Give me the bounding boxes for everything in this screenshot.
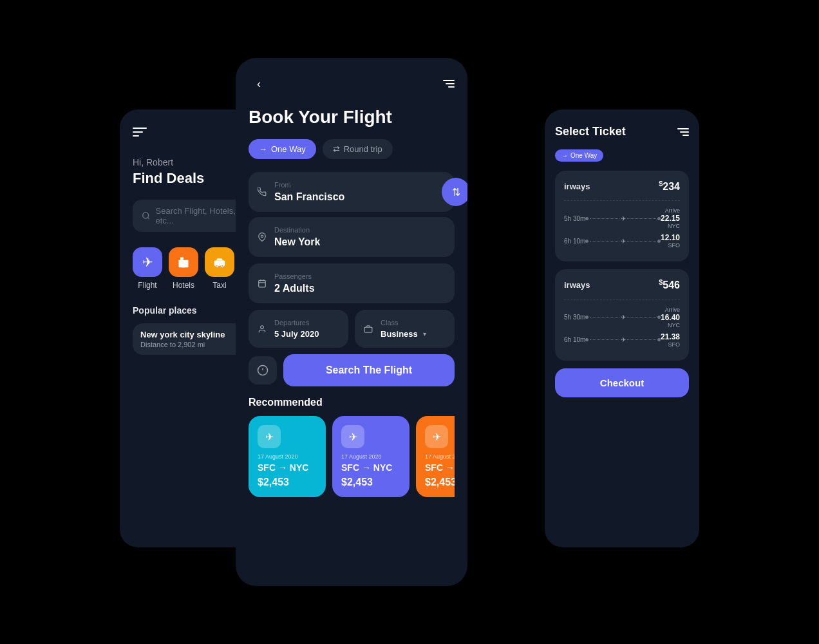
rec-price-0: $2,453 — [258, 477, 317, 488]
category-flight[interactable]: ✈ Flight — [133, 247, 162, 290]
destination-icon — [258, 232, 267, 242]
rec-route-0: SFC → NYC — [258, 462, 317, 473]
search-flight-button[interactable]: Search The Flight — [283, 354, 455, 386]
class-field[interactable]: Class Business ▾ — [355, 310, 455, 348]
destination-field[interactable]: Destination New York — [249, 217, 455, 257]
ticket-price-1: $546 — [659, 278, 680, 291]
right-filter-button[interactable] — [677, 128, 689, 136]
recommended-label: Recommended — [249, 397, 455, 408]
class-label: Class — [381, 319, 444, 327]
hamburger-menu[interactable] — [133, 128, 147, 137]
rec-card-2[interactable]: ✈ 17 August 2020 SFC → N... $2,453 — [416, 416, 455, 497]
page-title: Book Your Flight — [249, 107, 455, 128]
passengers-icon — [258, 279, 267, 288]
rec-price-1: $2,453 — [341, 477, 400, 488]
flight-row-0b: 6h 10m ✈ 12.10 SFO — [564, 233, 680, 249]
search-row: Search The Flight — [249, 354, 455, 386]
tab-one-way[interactable]: → One Way — [249, 139, 316, 159]
back-button[interactable]: ‹ — [249, 73, 269, 94]
chevron-down-icon: ▾ — [423, 330, 426, 337]
rec-route-1: SFC → NYC — [341, 462, 400, 473]
svg-point-12 — [261, 325, 264, 328]
airline-name-0: irways — [564, 182, 590, 191]
category-hotels[interactable]: Hotels — [169, 247, 198, 290]
flight-row-1a: 5h 30m ✈ Arrive 16.40 NYC — [564, 307, 680, 328]
from-field[interactable]: From San Francisco ⇅ — [249, 172, 455, 212]
one-way-icon: → — [259, 144, 267, 154]
svg-line-1 — [147, 218, 149, 219]
from-value: San Francisco — [274, 191, 444, 203]
rec-flight-icon-1: ✈ — [341, 425, 364, 448]
round-trip-icon: ⇄ — [333, 144, 340, 154]
ticket-card-1[interactable]: irways $546 5h 30m ✈ Arrive 16.40 NYC — [555, 269, 689, 360]
rec-date-2: 17 August 2020 — [425, 453, 455, 460]
rec-price-2: $2,453 — [425, 477, 455, 488]
departures-value: 5 July 2020 — [274, 329, 338, 339]
category-taxi[interactable]: Taxi — [205, 247, 234, 290]
departure-icon — [258, 187, 267, 196]
ticket-price-0: $234 — [659, 180, 680, 193]
airline-name-1: irways — [564, 280, 590, 290]
right-header: Select Ticket — [555, 125, 689, 138]
class-dropdown[interactable]: Business ▾ — [381, 329, 444, 339]
badge-icon: → — [561, 152, 568, 159]
rec-date-1: 17 August 2020 — [341, 453, 400, 460]
svg-rect-8 — [259, 280, 266, 287]
dest-value: New York — [274, 236, 444, 248]
class-icon — [364, 325, 373, 334]
search-icon — [142, 211, 151, 220]
departures-field[interactable]: Departures 5 July 2020 — [249, 310, 348, 348]
departures-label: Departures — [274, 319, 338, 327]
svg-rect-13 — [364, 327, 372, 332]
from-label: From — [274, 181, 444, 189]
booking-form: From San Francisco ⇅ Destination New Yor… — [249, 172, 455, 386]
center-screen: ‹ Book Your Flight → One Way ⇄ Round tri… — [236, 58, 467, 586]
svg-rect-3 — [182, 263, 185, 268]
right-screen: Select Ticket → One Way irways $234 5h 3… — [545, 109, 699, 547]
passengers-field[interactable]: Passengers 2 Adults — [249, 263, 455, 303]
flight-row-0a: 5h 30m ✈ Arrive 22.15 NYC — [564, 207, 680, 229]
svg-point-6 — [221, 265, 223, 267]
rec-card-0[interactable]: ✈ 17 August 2020 SFC → NYC $2,453 — [249, 416, 326, 497]
dest-label: Destination — [274, 226, 444, 234]
person-icon — [258, 325, 267, 334]
trip-tabs: → One Way ⇄ Round trip — [249, 139, 455, 159]
flight-row-1b: 6h 10m ✈ 21.38 SFO — [564, 332, 680, 348]
rec-route-2: SFC → N... — [425, 462, 455, 473]
one-way-badge: → One Way — [555, 149, 603, 162]
svg-point-7 — [261, 235, 263, 238]
checkout-button[interactable]: Checkout — [555, 368, 689, 397]
ticket-card-0[interactable]: irways $234 5h 30m ✈ Arrive 22.15 NYC — [555, 171, 689, 261]
right-title: Select Ticket — [555, 125, 626, 138]
rec-date-0: 17 August 2020 — [258, 453, 317, 460]
tab-round-trip-label: Round trip — [344, 144, 382, 154]
coupon-button[interactable] — [249, 356, 277, 384]
swap-button[interactable]: ⇅ — [442, 178, 467, 206]
rec-card-1[interactable]: ✈ 17 August 2020 SFC → NYC $2,453 — [332, 416, 410, 497]
svg-point-5 — [216, 265, 218, 267]
rec-flight-icon-2: ✈ — [425, 425, 448, 448]
filter-button[interactable] — [443, 80, 455, 88]
class-value: Business — [381, 329, 418, 339]
rec-flight-icon-0: ✈ — [258, 425, 281, 448]
dep-class-row: Departures 5 July 2020 Class Business ▾ — [249, 310, 455, 348]
passengers-label: Passengers — [274, 272, 444, 280]
tab-one-way-label: One Way — [271, 144, 306, 154]
tab-round-trip[interactable]: ⇄ Round trip — [323, 139, 393, 159]
svg-point-0 — [143, 213, 149, 218]
passengers-value: 2 Adults — [274, 283, 444, 294]
recommended-cards: ✈ 17 August 2020 SFC → NYC $2,453 ✈ 17 A… — [249, 416, 455, 497]
